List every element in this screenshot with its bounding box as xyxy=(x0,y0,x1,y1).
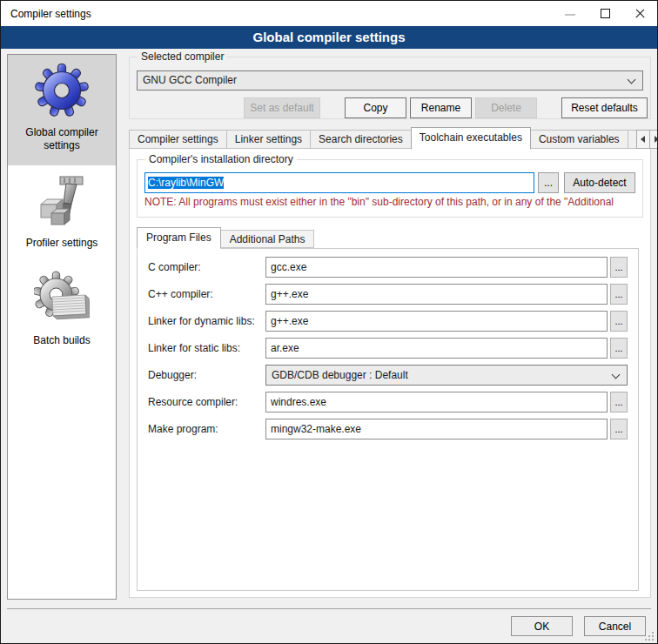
minimize-icon xyxy=(565,14,575,16)
chevron-down-icon xyxy=(612,371,621,379)
compiler-select[interactable]: GNU GCC Compiler xyxy=(137,70,643,91)
tab-toolchain-executables[interactable]: Toolchain executables xyxy=(411,127,531,150)
field-row-c-compiler: C compiler: gcc.exe ... xyxy=(148,257,628,278)
field-label: Resource compiler: xyxy=(148,396,265,408)
browse-button[interactable]: ... xyxy=(538,172,559,193)
field-row-static-linker: Linker for static libs: ar.exe ... xyxy=(148,338,628,359)
tab-custom-variables[interactable]: Custom variables xyxy=(530,130,628,149)
dialog-header: Global compiler settings xyxy=(1,26,657,49)
browse-button[interactable]: ... xyxy=(610,419,628,439)
rename-button[interactable]: Rename xyxy=(410,97,472,118)
c-compiler-input[interactable]: gcc.exe xyxy=(265,257,608,278)
field-row-dynamic-linker: Linker for dynamic libs: g++.exe ... xyxy=(148,311,628,332)
group-label: Selected compiler xyxy=(138,50,227,63)
sidebar-item-label: Profiler settings xyxy=(11,237,112,250)
caliper-icon xyxy=(34,173,90,229)
tab-scroll-left-button[interactable] xyxy=(636,130,650,149)
cancel-button[interactable]: Cancel xyxy=(584,616,646,636)
browse-button[interactable]: ... xyxy=(610,284,628,305)
field-label: C compiler: xyxy=(148,261,265,273)
browse-button[interactable]: ... xyxy=(610,338,628,359)
group-label: Compiler's installation directory xyxy=(145,153,297,165)
browse-button[interactable]: ... xyxy=(610,392,628,413)
program-files-panel: C compiler: gcc.exe ... C++ compiler: g+… xyxy=(137,248,639,591)
field-row-make-program: Make program: mingw32-make.exe ... xyxy=(148,419,628,439)
blue-gear-icon xyxy=(34,63,90,118)
close-button[interactable] xyxy=(622,1,657,26)
tab-scroll-right-button[interactable] xyxy=(649,130,658,149)
compiler-settings-dialog: Compiler settings Global compiler settin… xyxy=(0,0,658,644)
chevron-down-icon xyxy=(628,76,636,84)
static-linker-input[interactable]: ar.exe xyxy=(265,338,608,359)
sidebar-item-profiler-settings[interactable]: Profiler settings xyxy=(8,165,116,263)
gear-stack-icon xyxy=(34,271,90,326)
selected-text: C:\raylib\MinGW xyxy=(148,177,224,189)
tab-compiler-settings[interactable]: Compiler settings xyxy=(129,130,227,149)
set-as-default-button[interactable]: Set as default xyxy=(244,97,320,118)
footer-divider xyxy=(7,608,651,609)
minimize-button[interactable] xyxy=(553,1,588,26)
window-title: Compiler settings xyxy=(10,8,91,20)
field-label: Debugger: xyxy=(148,369,265,381)
sidebar-item-global-compiler-settings[interactable]: Global compiler settings xyxy=(8,55,116,165)
browse-button[interactable]: ... xyxy=(610,257,628,278)
field-row-debugger: Debugger: GDB/CDB debugger : Default xyxy=(148,365,628,386)
ok-button[interactable]: OK xyxy=(511,616,573,636)
compiler-buttons-row: Set as default Copy Rename Delete Reset … xyxy=(130,97,650,118)
field-row-resource-compiler: Resource compiler: windres.exe ... xyxy=(148,392,628,413)
sidebar-item-batch-builds[interactable]: Batch builds xyxy=(8,263,116,360)
selected-compiler-group: Selected compiler GNU GCC Compiler Set a… xyxy=(129,57,651,119)
note-text: NOTE: All programs must exist either in … xyxy=(144,196,635,208)
resize-grip[interactable] xyxy=(645,632,654,641)
close-icon xyxy=(634,13,646,14)
titlebar[interactable]: Compiler settings xyxy=(1,1,657,26)
program-files-tabbar: Program Files Additional Paths xyxy=(137,225,650,248)
reset-defaults-button[interactable]: Reset defaults xyxy=(561,97,648,118)
dialog-body: Global compiler settings xyxy=(1,49,657,643)
field-row-cpp-compiler: C++ compiler: g++.exe ... xyxy=(148,284,628,305)
cpp-compiler-input[interactable]: g++.exe xyxy=(265,284,608,305)
field-label: Linker for dynamic libs: xyxy=(148,315,265,327)
toolchain-executables-page: Compiler's installation directory C:\ray… xyxy=(129,148,651,598)
make-program-input[interactable]: mingw32-make.exe xyxy=(265,419,608,439)
maximize-button[interactable] xyxy=(588,1,622,26)
auto-detect-button[interactable]: Auto-detect xyxy=(564,172,635,193)
tab-linker-settings[interactable]: Linker settings xyxy=(226,130,311,149)
tab-search-directories[interactable]: Search directories xyxy=(310,130,412,149)
settings-tabbar: Compiler settings Linker settings Search… xyxy=(129,125,651,149)
installation-directory-row: C:\raylib\MinGW ... Auto-detect xyxy=(144,172,635,193)
tab-additional-paths[interactable]: Additional Paths xyxy=(220,230,315,248)
install-dir-input[interactable]: C:\raylib\MinGW xyxy=(144,172,534,193)
field-label: C++ compiler: xyxy=(148,288,265,300)
maximize-icon xyxy=(601,9,610,18)
tab-program-files[interactable]: Program Files xyxy=(137,227,221,249)
arrow-left-icon xyxy=(641,136,645,143)
dynamic-linker-input[interactable]: g++.exe xyxy=(265,311,608,332)
debugger-select[interactable]: GDB/CDB debugger : Default xyxy=(265,365,628,386)
installation-directory-group: Compiler's installation directory C:\ray… xyxy=(137,159,643,218)
field-label: Make program: xyxy=(148,423,265,435)
sidebar-item-label: Global compiler settings xyxy=(11,126,112,152)
copy-button[interactable]: Copy xyxy=(345,97,406,118)
resource-compiler-input[interactable]: windres.exe xyxy=(265,392,608,413)
field-label: Linker for static libs: xyxy=(148,342,265,354)
delete-button[interactable]: Delete xyxy=(475,97,537,118)
tab-scroll-arrows xyxy=(636,130,658,149)
window-controls xyxy=(553,1,657,26)
sidebar-item-label: Batch builds xyxy=(11,334,112,347)
arrow-right-icon xyxy=(655,136,658,143)
settings-category-list: Global compiler settings xyxy=(7,54,117,600)
browse-button[interactable]: ... xyxy=(610,311,628,332)
